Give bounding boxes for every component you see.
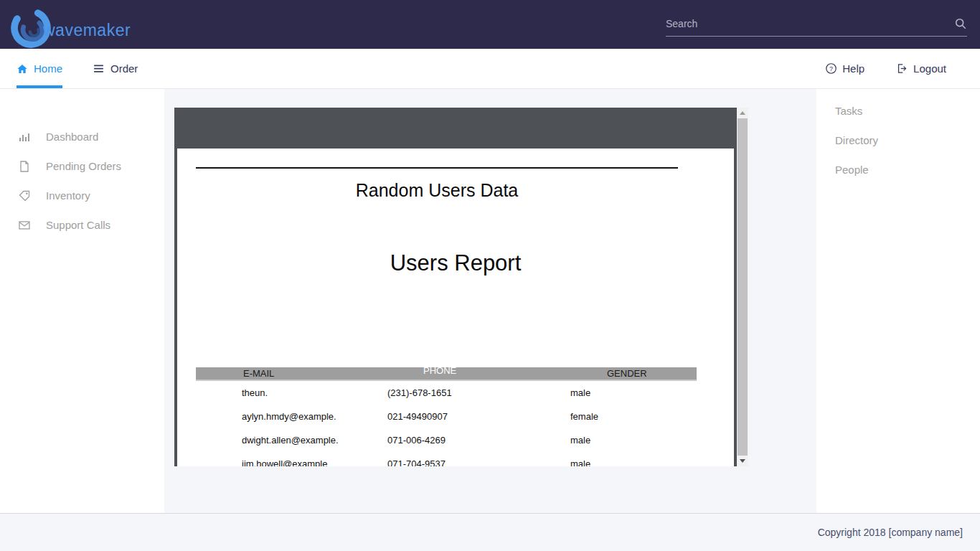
pdf-viewer: Random Users Data Users Report E-MAIL PH… <box>174 108 748 466</box>
column-header-phone: PHONE <box>387 365 570 376</box>
document-rule <box>196 167 678 169</box>
table-row: dwight.allen@example. 071-006-4269 male <box>196 428 697 452</box>
right-sidebar: Tasks Directory People <box>816 89 980 513</box>
cell-phone: 071-704-9537 <box>387 452 570 466</box>
scroll-up-button[interactable] <box>737 108 748 118</box>
brand[interactable]: wavemaker <box>10 0 131 49</box>
sidebar-item-directory[interactable]: Directory <box>816 126 980 155</box>
tab-home-label: Home <box>34 62 62 75</box>
scroll-down-button[interactable] <box>737 456 748 466</box>
search-underline <box>666 36 967 37</box>
home-icon <box>17 63 28 75</box>
pdf-scrollbar[interactable] <box>737 108 748 466</box>
cell-email: theun. <box>196 381 387 405</box>
document-title: Random Users Data <box>196 180 678 201</box>
left-sidebar: Dashboard Pending Orders Inventory Suppo… <box>0 89 164 513</box>
content-area: Dashboard Pending Orders Inventory Suppo… <box>0 89 980 514</box>
table-row: theun. (231)-678-1651 male <box>196 381 697 405</box>
search-icon[interactable] <box>954 17 967 30</box>
logout-icon <box>896 62 908 75</box>
pdf-page: Random Users Data Users Report E-MAIL PH… <box>177 149 734 466</box>
cell-gender: male <box>570 428 697 452</box>
search-box <box>666 13 967 37</box>
cell-phone: 021-49490907 <box>387 405 570 428</box>
table-row: aylyn.hmdy@example. 021-49490907 female <box>196 405 697 428</box>
list-icon <box>93 62 105 75</box>
logout-button[interactable]: Logout <box>896 62 946 75</box>
tab-order[interactable]: Order <box>93 49 138 88</box>
users-table: E-MAIL PHONE GENDER theun. (231)-678-165… <box>196 367 697 466</box>
arrow-down-icon <box>740 459 745 463</box>
cell-phone: (231)-678-1651 <box>387 381 570 405</box>
envelope-icon <box>19 220 30 231</box>
sidebar-item-dashboard[interactable]: Dashboard <box>0 122 164 151</box>
cell-email: jim.howell@example <box>196 452 387 466</box>
sidebar-item-label: Support Calls <box>46 219 110 231</box>
tab-home[interactable]: Home <box>17 49 62 88</box>
sidebar-item-tasks[interactable]: Tasks <box>816 96 980 126</box>
sidebar-item-label: Dashboard <box>46 131 98 143</box>
cell-gender: male <box>570 381 697 405</box>
help-icon: ? <box>825 62 837 75</box>
sidebar-item-label: Pending Orders <box>46 160 121 172</box>
main-panel: Random Users Data Users Report E-MAIL PH… <box>164 89 816 513</box>
app-footer: Copyright 2018 [company name] <box>0 514 980 551</box>
brand-name: wavemaker <box>43 21 131 40</box>
table-row: jim.howell@example 071-704-9537 male <box>196 452 697 466</box>
arrow-up-icon <box>740 111 745 115</box>
sidebar-item-support-calls[interactable]: Support Calls <box>0 210 164 240</box>
logout-label: Logout <box>913 62 946 75</box>
column-header-gender: GENDER <box>570 368 697 379</box>
help-button[interactable]: ? Help <box>825 62 864 75</box>
cell-gender: female <box>570 405 697 428</box>
svg-text:?: ? <box>829 65 833 72</box>
sidebar-item-label: Inventory <box>46 189 90 202</box>
sidebar-item-people[interactable]: People <box>816 155 980 184</box>
pdf-canvas: Random Users Data Users Report E-MAIL PH… <box>174 108 737 466</box>
search-input[interactable] <box>666 13 948 34</box>
tab-order-label: Order <box>110 62 138 75</box>
cell-phone: 071-006-4269 <box>387 428 570 452</box>
document-subtitle: Users Report <box>177 250 734 276</box>
file-icon <box>19 161 30 172</box>
bar-chart-icon <box>19 131 30 143</box>
help-label: Help <box>842 62 864 75</box>
app-header: wavemaker <box>0 0 980 49</box>
column-header-email: E-MAIL <box>196 368 387 379</box>
sidebar-item-inventory[interactable]: Inventory <box>0 181 164 210</box>
copyright-text: Copyright 2018 [company name] <box>818 527 963 538</box>
tag-icon <box>19 190 30 202</box>
cell-email: dwight.allen@example. <box>196 428 387 452</box>
sidebar-item-pending-orders[interactable]: Pending Orders <box>0 151 164 181</box>
cell-gender: male <box>570 452 697 466</box>
scrollbar-thumb[interactable] <box>738 118 748 456</box>
table-header-row: E-MAIL PHONE GENDER <box>196 367 697 381</box>
top-nav: Home Order ? Help Logout <box>0 49 980 89</box>
cell-email: aylyn.hmdy@example. <box>196 405 387 428</box>
